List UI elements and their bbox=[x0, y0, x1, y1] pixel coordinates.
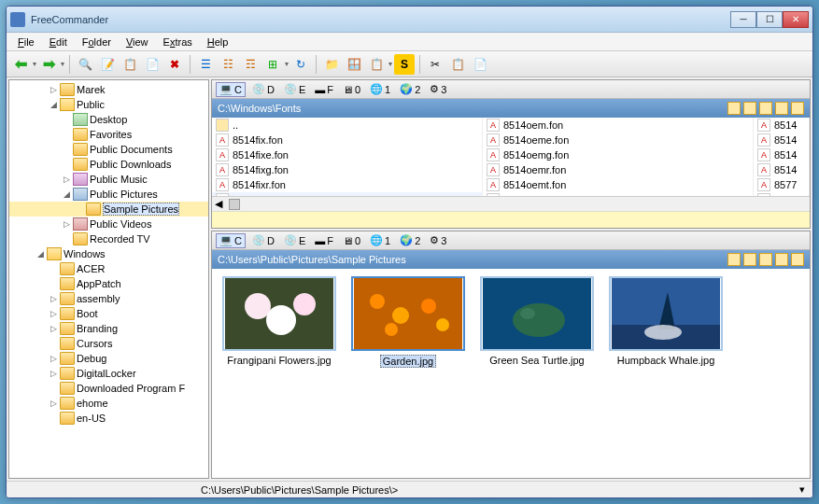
thumbnail[interactable]: Humpback Whale.jpg bbox=[606, 276, 726, 470]
view-tiles-icon[interactable]: ⊞ bbox=[262, 54, 283, 75]
cut-icon[interactable]: ✂ bbox=[425, 54, 445, 75]
new-icon[interactable]: 📄 bbox=[142, 54, 162, 75]
thumbnail[interactable]: Green Sea Turtle.jpg bbox=[477, 276, 597, 470]
close-button[interactable]: ✕ bbox=[783, 11, 809, 28]
tree-toggle-icon[interactable]: ▷ bbox=[49, 354, 58, 363]
file-row[interactable]: A8514 bbox=[754, 147, 809, 162]
tree-toggle-icon[interactable]: ▷ bbox=[49, 369, 58, 378]
tree-item[interactable]: Sample Pictures bbox=[9, 202, 208, 217]
tree-toggle-icon[interactable]: ▷ bbox=[62, 219, 71, 229]
refresh2-icon-b[interactable] bbox=[791, 253, 804, 266]
drive-3-b[interactable]: ⚙3 bbox=[427, 233, 449, 248]
forward-button[interactable]: ➡ bbox=[38, 54, 59, 75]
view-details-icon[interactable]: ☷ bbox=[218, 54, 238, 75]
drive-2[interactable]: 🌍2 bbox=[397, 82, 423, 97]
folder-icon[interactable]: 📁 bbox=[321, 54, 342, 75]
tree-toggle-icon[interactable]: ◢ bbox=[35, 249, 45, 259]
file-row[interactable]: A8514 bbox=[754, 118, 809, 133]
tree-item[interactable]: Favorites bbox=[9, 127, 208, 142]
file-row[interactable]: A8514oem.fon bbox=[483, 118, 753, 133]
drive-0[interactable]: 🖥0 bbox=[340, 82, 363, 97]
drive-f[interactable]: ▬F bbox=[312, 82, 336, 97]
thumbnail-view[interactable]: Frangipani Flowers.jpgGarden.jpgGreen Se… bbox=[212, 269, 810, 478]
file-row[interactable]: A8514 bbox=[754, 162, 809, 177]
back-button[interactable]: ⬅ bbox=[10, 54, 31, 75]
thumbnail[interactable]: Garden.jpg bbox=[348, 276, 468, 470]
tree-item[interactable]: ▷Branding bbox=[9, 321, 208, 336]
path-bar-top[interactable]: C:\Windows\Fonts bbox=[212, 99, 810, 118]
folder-tree[interactable]: ▷Marek◢PublicDesktopFavoritesPublic Docu… bbox=[8, 79, 209, 479]
tree-item[interactable]: ▷assembly bbox=[9, 291, 208, 306]
file-row[interactable]: A8514oemg.fon bbox=[483, 147, 753, 162]
history-icon[interactable] bbox=[743, 102, 756, 115]
status-dropdown-icon[interactable]: ▾ bbox=[799, 483, 805, 496]
drive-c[interactable]: 💻C bbox=[216, 82, 246, 97]
drive-d[interactable]: 💿D bbox=[249, 82, 277, 97]
tree-item[interactable]: ▷Boot bbox=[9, 306, 208, 321]
tree-toggle-icon[interactable]: ◢ bbox=[49, 100, 58, 109]
drive-e[interactable]: 💿E bbox=[281, 82, 308, 97]
drive-1[interactable]: 🌐1 bbox=[367, 82, 393, 97]
drive-d-b[interactable]: 💿D bbox=[249, 233, 277, 248]
tree-item[interactable]: ▷ehome bbox=[9, 396, 208, 411]
file-row[interactable]: A8514fixr.fon bbox=[212, 177, 482, 192]
view-list-icon[interactable]: ☰ bbox=[195, 54, 216, 75]
drive-e-b[interactable]: 💿E bbox=[281, 233, 308, 248]
path-bar-bottom[interactable]: C:\Users\Public\Pictures\Sample Pictures bbox=[212, 250, 810, 269]
tree-toggle-icon[interactable]: ▷ bbox=[49, 85, 58, 94]
s-button[interactable]: S bbox=[394, 54, 415, 75]
menu-extras[interactable]: Extras bbox=[156, 35, 200, 49]
file-row[interactable]: A8514fixe.fon bbox=[212, 147, 482, 162]
tree-item[interactable]: ▷Debug bbox=[9, 351, 208, 366]
file-list-top[interactable]: ..A8514fix.fonA8514fixe.fonA8514fixg.fon… bbox=[212, 118, 810, 196]
tree-item[interactable]: Public Downloads bbox=[9, 157, 208, 172]
file-row[interactable]: A8514 bbox=[754, 133, 809, 147]
delete-icon[interactable]: ✖ bbox=[164, 54, 185, 75]
refresh2-icon[interactable] bbox=[791, 102, 804, 115]
menu-help[interactable]: Help bbox=[200, 35, 236, 49]
drive-1-b[interactable]: 🌐1 bbox=[367, 233, 393, 248]
drive-f-b[interactable]: ▬F bbox=[312, 233, 336, 248]
hscroll-top[interactable]: ◀ bbox=[212, 196, 810, 211]
tree-item[interactable]: ▷DigitalLocker bbox=[9, 366, 208, 381]
history-icon-b[interactable] bbox=[743, 253, 756, 266]
file-row[interactable]: A8514oemr.fon bbox=[483, 162, 753, 177]
fav-icon-b[interactable] bbox=[727, 253, 741, 266]
menu-view[interactable]: View bbox=[119, 35, 156, 49]
tree-item[interactable]: ACER bbox=[9, 261, 208, 276]
tree-item[interactable]: ▷Public Music bbox=[9, 172, 208, 187]
menu-file[interactable]: File bbox=[10, 35, 42, 49]
menu-folder[interactable]: Folder bbox=[75, 35, 119, 49]
tree-item[interactable]: en-US bbox=[9, 411, 208, 426]
file-row[interactable]: A8514fixg.fon bbox=[212, 162, 482, 177]
tree-toggle-icon[interactable]: ◢ bbox=[62, 189, 71, 199]
maximize-button[interactable]: ☐ bbox=[756, 11, 783, 28]
menu-edit[interactable]: Edit bbox=[42, 35, 75, 49]
windows-icon[interactable]: 🪟 bbox=[344, 54, 364, 75]
copy-icon[interactable]: 📋 bbox=[120, 54, 140, 75]
tree-toggle-icon[interactable]: ▷ bbox=[49, 324, 58, 333]
view-small-icon[interactable]: ☶ bbox=[240, 54, 261, 75]
search-icon[interactable]: 🔍 bbox=[75, 54, 95, 75]
file-row[interactable]: A8514oeme.fon bbox=[483, 133, 753, 147]
drive-3[interactable]: ⚙3 bbox=[427, 82, 449, 97]
tree-item[interactable]: ▷Marek bbox=[9, 82, 208, 97]
drive-0-b[interactable]: 🖥0 bbox=[340, 233, 363, 248]
tree-toggle-icon[interactable]: ▷ bbox=[49, 399, 58, 408]
tree-item[interactable]: Downloaded Program F bbox=[9, 381, 208, 396]
tree-toggle-icon[interactable]: ▷ bbox=[49, 294, 58, 303]
file-row[interactable]: .. bbox=[212, 118, 482, 133]
fav-icon[interactable] bbox=[727, 102, 741, 115]
edit-icon[interactable]: 📝 bbox=[97, 54, 118, 75]
minimize-button[interactable]: ─ bbox=[730, 11, 756, 28]
tree-item[interactable]: ◢Windows bbox=[9, 246, 208, 261]
tree-toggle-icon[interactable]: ▷ bbox=[49, 309, 58, 318]
up-icon[interactable] bbox=[775, 102, 788, 115]
drive-2-b[interactable]: 🌍2 bbox=[397, 233, 423, 248]
tree-item[interactable]: ▷Public Videos bbox=[9, 217, 208, 231]
star-icon[interactable] bbox=[759, 102, 772, 115]
clipboard-icon[interactable]: 📋 bbox=[366, 54, 387, 75]
star-icon-b[interactable] bbox=[759, 253, 772, 266]
up-icon-b[interactable] bbox=[775, 253, 788, 266]
tree-item[interactable]: Recorded TV bbox=[9, 231, 208, 246]
